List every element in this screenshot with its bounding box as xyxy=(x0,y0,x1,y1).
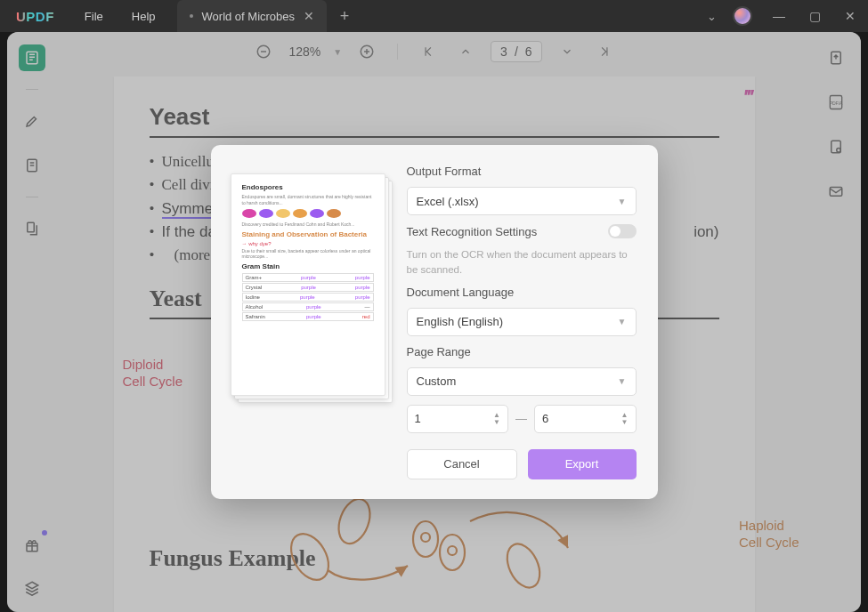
chevron-down-icon: ▼ xyxy=(618,376,627,386)
output-format-value: Excel (.xlsx) xyxy=(417,195,479,208)
close-window-button[interactable]: ✕ xyxy=(832,0,868,32)
minimize-button[interactable]: — xyxy=(761,0,797,32)
language-value: English (English) xyxy=(417,315,504,328)
tab-indicator-icon xyxy=(190,14,193,18)
range-to-value: 6 xyxy=(542,412,548,425)
ocr-toggle[interactable] xyxy=(608,224,637,238)
menu-help[interactable]: Help xyxy=(118,10,170,23)
range-from-value: 1 xyxy=(415,412,421,425)
page-range-value: Custom xyxy=(417,374,457,388)
window-controls: — ▢ ✕ xyxy=(761,0,868,32)
chevron-down-icon: ▼ xyxy=(618,317,627,326)
page-range-select[interactable]: Custom ▼ xyxy=(407,367,637,396)
ocr-label-row: Text Recognition Settings xyxy=(407,224,637,238)
chevron-down-icon: ▼ xyxy=(618,197,627,206)
range-to-input[interactable]: 6 ▲▼ xyxy=(534,405,637,433)
export-button[interactable]: Export xyxy=(528,449,637,479)
export-dialog: Endospores Endospores are small, dormant… xyxy=(211,145,658,498)
tab-title: World of Microbes xyxy=(202,10,296,23)
user-avatar[interactable] xyxy=(733,6,752,26)
app-body: PDF/A 128% ▼ 3 / 6 Yeast′ ′ ′ Unicellu xyxy=(7,32,861,612)
modal-overlay: Endospores Endospores are small, dormant… xyxy=(7,32,861,612)
language-select[interactable]: English (English) ▼ xyxy=(407,308,637,336)
spinner-arrows-icon[interactable]: ▲▼ xyxy=(493,412,500,426)
cancel-button[interactable]: Cancel xyxy=(407,449,517,479)
document-tab[interactable]: World of Microbes ✕ xyxy=(177,0,328,32)
range-from-input[interactable]: 1 ▲▼ xyxy=(407,405,509,433)
language-label: Document Language xyxy=(407,286,637,299)
output-format-select[interactable]: Excel (.xlsx) ▼ xyxy=(407,187,637,215)
page-range-inputs: 1 ▲▼ — 6 ▲▼ xyxy=(407,405,637,433)
ocr-hint: Turn on the OCR when the document appear… xyxy=(407,247,637,276)
app-logo: UPDF xyxy=(16,9,54,24)
tabs-dropdown-icon[interactable]: ⌄ xyxy=(707,10,717,23)
dialog-buttons: Cancel Export xyxy=(407,449,637,479)
maximize-button[interactable]: ▢ xyxy=(797,0,832,32)
ocr-label: Text Recognition Settings xyxy=(407,225,538,238)
page-range-label: Page Range xyxy=(407,345,637,358)
output-format-label: Output Format xyxy=(407,165,637,178)
range-dash: — xyxy=(515,412,527,425)
spinner-arrows-icon[interactable]: ▲▼ xyxy=(621,412,629,426)
close-tab-icon[interactable]: ✕ xyxy=(304,9,314,23)
titlebar: UPDF File Help World of Microbes ✕ + ⌄ —… xyxy=(0,0,868,32)
export-preview-thumbnail: Endospores Endospores are small, dormant… xyxy=(231,173,385,396)
add-tab-button[interactable]: + xyxy=(332,7,357,26)
export-form: Output Format Excel (.xlsx) ▼ Text Recog… xyxy=(407,165,637,479)
menu-file[interactable]: File xyxy=(70,10,118,23)
